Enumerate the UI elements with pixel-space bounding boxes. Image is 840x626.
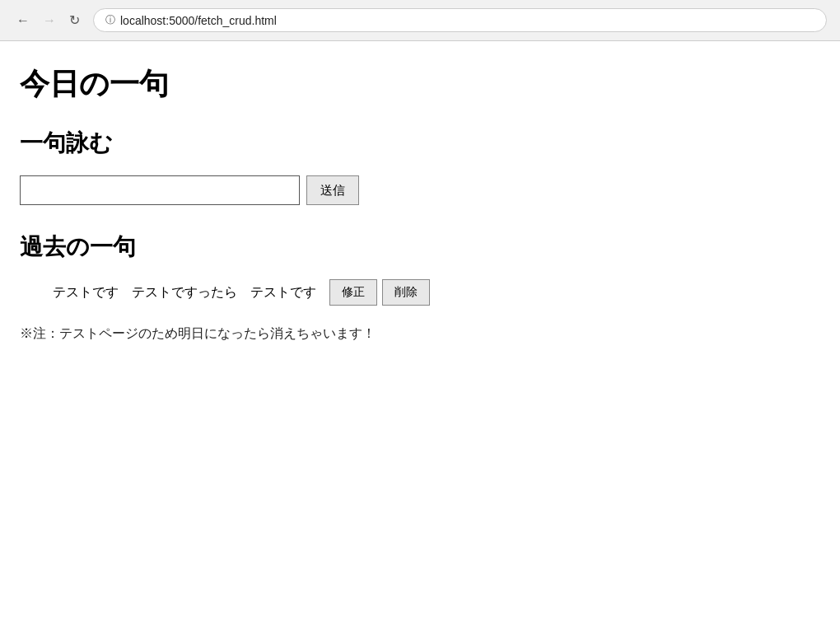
compose-heading: 一句詠む xyxy=(20,128,820,159)
past-heading: 過去の一句 xyxy=(20,231,820,263)
submit-button[interactable]: 送信 xyxy=(306,175,359,205)
forward-button[interactable]: → xyxy=(40,12,59,30)
browser-chrome: ← → ↻ ⓘ localhost:5000/fetch_crud.html xyxy=(0,0,840,41)
poem-input[interactable] xyxy=(20,175,300,205)
lock-icon: ⓘ xyxy=(105,13,115,27)
page-content: 今日の一句 一句詠む 送信 過去の一句 テストです テストですったら テストです… xyxy=(0,41,840,376)
reload-button[interactable]: ↻ xyxy=(66,11,83,30)
address-bar[interactable]: ⓘ localhost:5000/fetch_crud.html xyxy=(93,8,827,32)
action-buttons: 修正 削除 xyxy=(329,279,430,306)
nav-buttons: ← → ↻ xyxy=(13,11,83,30)
poem-text: テストです テストですったら テストです xyxy=(53,284,316,301)
url-text: localhost:5000/fetch_crud.html xyxy=(120,14,277,27)
delete-button[interactable]: 削除 xyxy=(382,279,430,306)
compose-form: 送信 xyxy=(20,175,820,205)
list-item: テストです テストですったら テストです 修正 削除 xyxy=(53,279,820,306)
poem-list: テストです テストですったら テストです 修正 削除 xyxy=(20,279,820,306)
note-text: ※注：テストページのため明日になったら消えちゃいます！ xyxy=(20,325,820,343)
edit-button[interactable]: 修正 xyxy=(329,279,377,306)
back-button[interactable]: ← xyxy=(13,12,33,30)
page-title: 今日の一句 xyxy=(20,64,820,105)
